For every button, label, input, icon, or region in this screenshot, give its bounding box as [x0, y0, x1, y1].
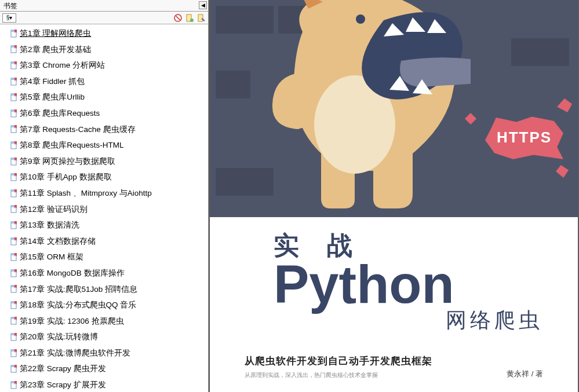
bookmark-page-icon [10, 237, 17, 246]
bookmark-page-icon [10, 301, 17, 309]
bookmark-page-icon [10, 109, 17, 118]
cover-title-block: 实 战 Python 网络爬虫 [210, 217, 578, 335]
bookmark-label: 第22章 Scrapy 爬虫开发 [20, 362, 106, 375]
bookmark-page-icon [10, 285, 17, 293]
bookmark-item[interactable]: 第21章 实战:微博爬虫软件开发 [0, 345, 208, 361]
document-viewport[interactable]: HTTPS 实 战 Python 网络爬虫 从爬虫软件开发到自己动手开发爬虫框架… [209, 0, 579, 392]
bookmark-item[interactable]: 第9章 网页操控与数据爬取 [0, 153, 208, 170]
bookmark-item[interactable]: 第18章 实战:分布式爬虫QQ 音乐 [0, 297, 208, 313]
bookmark-item[interactable]: 第2章 爬虫开发基础 [0, 42, 208, 58]
sidebar-toolbar: §▾ [0, 12, 208, 24]
bookmark-item[interactable]: 第11章 Splash 、Mitmproxy 与Aiohttp [0, 185, 208, 202]
svg-rect-4 [198, 14, 203, 21]
bookmark-page-icon [10, 93, 17, 101]
bookmark-label: 第12章 验证码识别 [20, 203, 88, 216]
bookmarks-sidebar: 书签 ◀ §▾ 第1章 理解网络爬虫第2章 爬虫开发基础第3章 Chrome 分… [0, 0, 209, 392]
bookmark-item[interactable]: 第14章 文档数据存储 [0, 233, 208, 250]
cover-title-python: Python [274, 259, 555, 310]
page-cover: HTTPS 实 战 Python 网络爬虫 从爬虫软件开发到自己动手开发爬虫框架… [210, 0, 578, 392]
bookmark-page-icon [10, 269, 17, 277]
bookmark-page-icon [10, 349, 17, 357]
bookmark-label: 第3章 Chrome 分析网站 [20, 59, 105, 72]
bookmark-label: 第8章 爬虫库Requests-HTML [20, 139, 124, 152]
svg-point-56 [356, 14, 365, 24]
bookmark-label: 第9章 网页操控与数据爬取 [20, 155, 115, 168]
bookmark-page-icon [10, 141, 17, 149]
bookmark-item[interactable]: 第20章 实战:玩转微博 [0, 329, 208, 345]
bookmark-label: 第11章 Splash 、Mitmproxy 与Aiohttp [20, 187, 152, 200]
bookmark-label: 第20章 实战:玩转微博 [20, 331, 98, 343]
bookmark-page-icon [10, 221, 17, 229]
bookmark-page-icon [10, 30, 17, 38]
bookmark-page-icon [10, 125, 17, 133]
bookmark-item[interactable]: 第16章 MongoDB 数据库操作 [0, 265, 208, 281]
sidebar-collapse-button[interactable]: ◀ [199, 1, 207, 9]
bookmark-options-button[interactable]: §▾ [2, 13, 16, 23]
bookmark-page-icon [10, 78, 17, 86]
bookmark-label: 第13章 数据清洗 [20, 219, 79, 232]
bookmark-item[interactable]: 第7章 Requests-Cache 爬虫缓存 [0, 122, 208, 138]
bookmark-label: 第10章 手机App 数据爬取 [20, 171, 112, 184]
bookmark-action-icon[interactable] [196, 13, 206, 23]
bookmark-page-icon [10, 189, 17, 197]
bookmark-label: 第14章 文档数据存储 [20, 235, 96, 248]
bookmark-item[interactable]: 第5章 爬虫库Urllib [0, 89, 208, 105]
svg-line-1 [176, 16, 180, 20]
bookmark-item[interactable]: 第12章 验证码识别 [0, 202, 208, 218]
bookmark-label: 第21章 实战:微博爬虫软件开发 [20, 347, 130, 360]
bookmark-item[interactable]: 第13章 数据清洗 [0, 217, 208, 233]
bookmark-page-icon [10, 253, 17, 261]
bookmark-list[interactable]: 第1章 理解网络爬虫第2章 爬虫开发基础第3章 Chrome 分析网站第4章 F… [0, 24, 208, 392]
bookmark-label: 第5章 爬虫库Urllib [20, 91, 85, 104]
bookmark-label: 第4章 Fiddler 抓包 [20, 75, 85, 88]
bookmark-label: 第17章 实战:爬取51Job 招聘信息 [20, 283, 137, 296]
bookmark-page-icon [10, 365, 17, 373]
new-bookmark-icon[interactable] [185, 13, 194, 23]
bookmark-label: 第1章 理解网络爬虫 [20, 27, 91, 40]
sidebar-header: 书签 ◀ [0, 0, 208, 12]
bookmark-item[interactable]: 第17章 实战:爬取51Job 招聘信息 [0, 281, 208, 298]
svg-point-3 [190, 19, 194, 22]
bookmark-label: 第2章 爬虫开发基础 [20, 43, 91, 56]
bookmark-label: 第16章 MongoDB 数据库操作 [20, 267, 125, 280]
cover-tagline-row: 从爬虫软件开发到自己动手开发爬虫框架 从原理到实战，深入浅出，热门爬虫核心技术全… [245, 354, 543, 379]
bookmark-label: 第18章 实战:分布式爬虫QQ 音乐 [20, 299, 136, 312]
bookmark-item[interactable]: 第3章 Chrome 分析网站 [0, 57, 208, 74]
cover-tagline-sub: 从原理到实战，深入浅出，热门爬虫核心技术全掌握 [245, 371, 432, 379]
cover-illustration-bg: HTTPS [210, 0, 578, 217]
bookmark-item[interactable]: 第4章 Fiddler 抓包 [0, 74, 208, 90]
bookmark-label: 第7章 Requests-Cache 爬虫缓存 [20, 123, 136, 136]
cover-author: 黄永祥 / 著 [507, 369, 543, 379]
dinosaur-character-icon [268, 0, 471, 217]
bookmark-page-icon [10, 205, 17, 213]
bookmark-item[interactable]: 第6章 爬虫库Requests [0, 105, 208, 122]
cover-tagline-main: 从爬虫软件开发到自己动手开发爬虫框架 [245, 354, 432, 368]
bookmark-page-icon [10, 45, 17, 53]
bookmark-item[interactable]: 第10章 手机App 数据爬取 [0, 169, 208, 185]
bookmark-page-icon [10, 317, 17, 325]
bookmark-label: 第23章 Scrapy 扩展开发 [20, 379, 106, 391]
bookmark-page-icon [10, 333, 17, 341]
bookmark-item[interactable]: 第15章 ORM 框架 [0, 249, 208, 265]
bookmark-page-icon [10, 61, 17, 69]
delete-bookmark-icon[interactable] [173, 13, 183, 23]
bookmark-item[interactable]: 第19章 实战: 12306 抢票爬虫 [0, 313, 208, 329]
bookmark-label: 第19章 实战: 12306 抢票爬虫 [20, 315, 124, 328]
bookmark-item[interactable]: 第1章 理解网络爬虫 [0, 25, 208, 42]
bookmark-item[interactable]: 第23章 Scrapy 扩展开发 [0, 377, 208, 392]
bookmark-page-icon [10, 381, 17, 389]
https-badge: HTTPS [485, 116, 563, 159]
bookmark-item[interactable]: 第8章 爬虫库Requests-HTML [0, 137, 208, 153]
bookmark-page-icon [10, 157, 17, 166]
bookmark-label: 第15章 ORM 框架 [20, 251, 83, 263]
bookmark-item[interactable]: 第22章 Scrapy 爬虫开发 [0, 361, 208, 377]
bookmark-label: 第6章 爬虫库Requests [20, 107, 100, 120]
sidebar-title: 书签 [3, 2, 17, 10]
bookmark-page-icon [10, 173, 17, 181]
